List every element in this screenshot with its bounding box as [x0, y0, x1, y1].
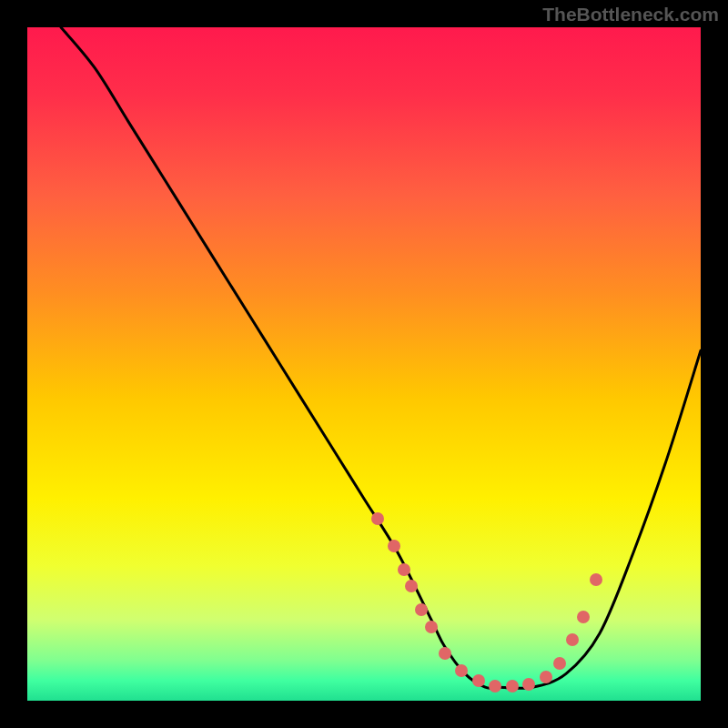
data-point — [425, 621, 438, 633]
data-point — [405, 580, 418, 592]
data-point — [415, 603, 428, 616]
chart-plot-area — [27, 27, 701, 701]
data-point — [540, 671, 552, 683]
data-point — [553, 657, 566, 670]
data-point — [388, 540, 400, 552]
data-point — [577, 611, 590, 623]
data-point — [489, 680, 501, 693]
data-point — [506, 680, 519, 693]
data-point — [472, 674, 485, 687]
data-point — [371, 512, 384, 525]
data-point — [398, 563, 410, 576]
bottleneck-curve — [27, 27, 701, 701]
data-point — [590, 573, 602, 586]
data-point — [455, 664, 468, 677]
watermark-text: TheBottleneck.com — [542, 4, 719, 25]
data-point — [439, 647, 451, 660]
data-point — [522, 678, 535, 691]
